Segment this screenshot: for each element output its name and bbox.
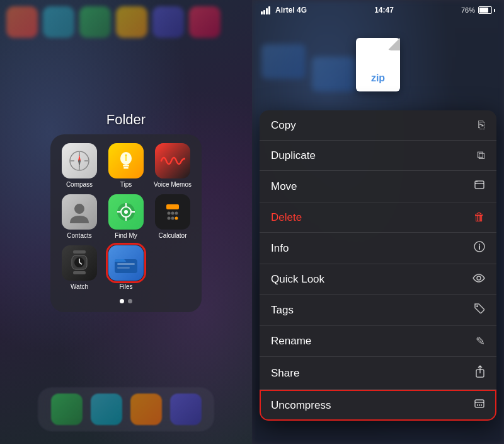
info-label: Info (271, 242, 289, 255)
svg-rect-45 (475, 400, 484, 407)
svg-rect-9 (123, 165, 129, 166)
svg-rect-10 (123, 167, 129, 169)
compass-svg (68, 149, 91, 172)
svg-rect-33 (73, 271, 86, 274)
info-svg (474, 241, 485, 252)
move-label: Move (271, 180, 297, 193)
zip-file-area: zip (350, 38, 406, 101)
zip-page: zip (356, 38, 400, 91)
info-icon (474, 241, 485, 255)
signal-bar-3 (266, 8, 268, 15)
background-icons (0, 0, 252, 44)
signal-bar-2 (263, 10, 265, 15)
watch-label: Watch (71, 283, 88, 290)
tag-svg (474, 303, 485, 314)
bg-folder-1 (261, 44, 306, 79)
duplicate-label: Duplicate (271, 149, 316, 162)
svg-rect-28 (73, 250, 86, 254)
app-item-tips[interactable]: Tips (106, 143, 146, 188)
contacts-icon (62, 194, 97, 230)
status-right: 76% (461, 6, 495, 14)
svg-rect-21 (166, 204, 179, 209)
svg-point-16 (124, 210, 128, 214)
rename-icon: ✎ (476, 334, 485, 348)
eye-svg (472, 274, 485, 283)
menu-item-rename[interactable]: Rename ✎ (260, 326, 496, 357)
uncompress-label: Uncompress (271, 399, 331, 412)
tips-label: Tips (120, 181, 132, 188)
menu-item-quicklook[interactable]: Quick Look (260, 264, 496, 295)
svg-point-25 (168, 217, 171, 220)
folder-widget: Folder (50, 112, 202, 312)
menu-item-move[interactable]: Move (260, 171, 496, 202)
right-panel: Airtel 4G 14:47 76% zip Copy ⎘ (252, 0, 504, 444)
signal-icon (261, 6, 270, 15)
calculator-svg (161, 201, 184, 223)
menu-item-delete[interactable]: Delete 🗑 (260, 202, 496, 233)
bg-icon-4 (116, 6, 147, 38)
battery-tip (494, 9, 495, 12)
battery-percentage: 76% (461, 6, 475, 14)
voicememos-icon (155, 143, 190, 178)
copy-icon: ⎘ (478, 119, 485, 132)
delete-label: Delete (271, 211, 302, 224)
bg-icon-2 (43, 6, 74, 38)
watch-icon (62, 245, 97, 281)
zip-icon: zip (350, 38, 406, 101)
findmy-label: Find My (115, 232, 137, 239)
contacts-svg (67, 199, 92, 225)
move-svg (474, 179, 485, 190)
menu-item-uncompress[interactable]: Uncompress (260, 390, 496, 421)
app-item-findmy[interactable]: Find My (106, 194, 146, 239)
menu-item-duplicate[interactable]: Duplicate ⧉ (260, 141, 496, 171)
menu-item-share[interactable]: Share (260, 357, 496, 390)
app-item-watch[interactable]: Watch (59, 245, 100, 303)
app-item-contacts[interactable]: Contacts (59, 194, 100, 239)
bg-icon-6 (189, 6, 220, 38)
signal-bar-4 (268, 6, 270, 15)
folder-container: Compass Tips (50, 134, 202, 312)
status-left: Airtel 4G (261, 6, 307, 15)
dock-icon-phone (51, 394, 83, 425)
findmy-icon (108, 194, 144, 230)
share-icon (475, 365, 485, 381)
folder-dots (120, 299, 132, 303)
compass-icon (62, 143, 97, 178)
voicememos-label: Voice Memos (154, 181, 192, 188)
zip-label: zip (371, 73, 385, 84)
app-item-files[interactable]: Files (106, 245, 146, 303)
files-highlight-border (106, 243, 146, 283)
svg-marker-7 (78, 160, 81, 167)
findmy-svg (115, 201, 137, 223)
duplicate-icon: ⧉ (477, 149, 485, 162)
voicememos-svg (160, 151, 185, 170)
share-svg (475, 365, 485, 378)
svg-point-40 (479, 244, 480, 245)
svg-point-22 (168, 212, 171, 215)
app-item-calculator[interactable]: Calculator (152, 194, 193, 239)
dot-2 (128, 299, 132, 303)
dot-1 (120, 299, 124, 303)
bg-icon-5 (152, 6, 184, 38)
svg-point-24 (175, 212, 178, 215)
svg-point-27 (175, 217, 178, 220)
menu-item-info[interactable]: Info (260, 233, 496, 264)
svg-point-26 (171, 217, 175, 220)
battery-fill (479, 8, 488, 13)
rename-label: Rename (271, 335, 311, 348)
status-bar: Airtel 4G 14:47 76% (252, 0, 504, 18)
calculator-label: Calculator (158, 232, 186, 239)
menu-item-tags[interactable]: Tags (260, 295, 496, 326)
svg-point-41 (477, 276, 481, 280)
app-item-empty (152, 245, 193, 303)
battery-icon (478, 6, 495, 14)
battery-body (478, 6, 492, 14)
menu-item-copy[interactable]: Copy ⎘ (260, 110, 496, 141)
signal-bar-1 (261, 11, 263, 15)
carrier-label: Airtel 4G (275, 6, 307, 15)
app-item-compass[interactable]: Compass (59, 143, 100, 188)
tips-svg (116, 149, 136, 172)
status-time: 14:47 (374, 6, 394, 15)
folder-title: Folder (50, 112, 202, 128)
app-item-voicememos[interactable]: Voice Memos (152, 143, 193, 188)
